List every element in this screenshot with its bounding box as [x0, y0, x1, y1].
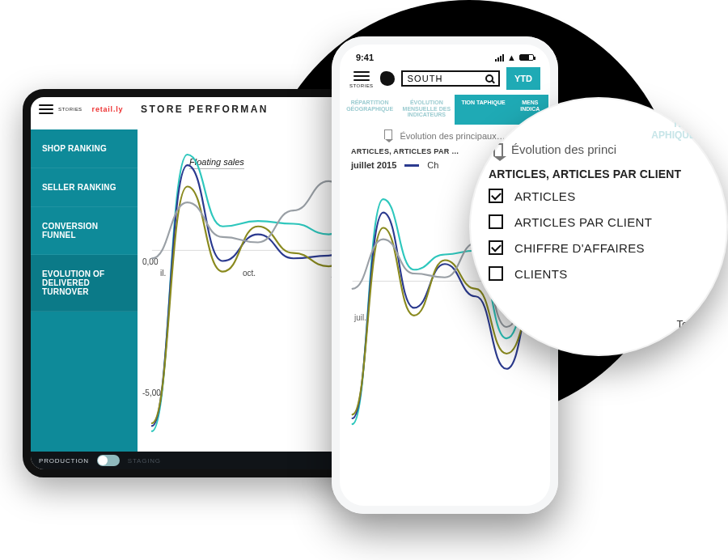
tablet-footer: PRODUCTION STAGING	[31, 452, 379, 469]
checkbox-icon[interactable]	[489, 189, 503, 203]
magnifier-tab-peek: TION APHIQUE	[651, 118, 696, 141]
status-time: 9:41	[356, 53, 374, 62]
tab-evolution-mensuelle[interactable]: ÉVOLUTION MENSUELLE DES INDICATEURS	[398, 95, 455, 125]
option-articles[interactable]: ARTICLES	[489, 189, 712, 203]
search-icon	[485, 74, 493, 83]
env-label-production: PRODUCTION	[39, 457, 89, 465]
magnifier-title: ARTICLES, ARTICLES PAR CLIENT	[489, 168, 712, 180]
magnifier-footer[interactable]: Tous	[677, 318, 699, 330]
magnifier-bookmark-line: Évolution des princi	[493, 142, 712, 156]
magnifier: TION APHIQUE Évolution des princi ARTICL…	[469, 97, 728, 356]
magnifier-options: ARTICLES ARTICLES PAR CLIENT CHIFFRE D'A…	[489, 189, 712, 281]
signal-icon	[495, 54, 504, 62]
wifi-icon: ▲	[507, 53, 516, 62]
env-label-staging: STAGING	[128, 457, 161, 465]
page-title: STORE PERFORMAN	[31, 104, 379, 115]
option-chiffre-affaires[interactable]: CHIFFRE D'AFFAIRES	[489, 240, 712, 255]
bookmark-text: Évolution des principaux…	[400, 131, 505, 141]
sidebar-item-evolution-turnover[interactable]: EVOLUTION OF DELIVERED TURNOVER	[31, 255, 138, 312]
option-articles-par-client[interactable]: ARTICLES PAR CLIENT	[489, 214, 712, 229]
legend-month: juillet 2015	[351, 160, 396, 170]
bookmark-icon	[384, 129, 392, 139]
legend-swatch-icon	[404, 164, 419, 167]
option-clients[interactable]: CLIENTS	[489, 266, 712, 281]
status-bar: 9:41 ▲	[341, 48, 548, 62]
checkbox-icon[interactable]	[489, 266, 503, 281]
stories-label: STORIES	[349, 83, 374, 88]
env-toggle[interactable]	[97, 455, 120, 466]
tab-bar: RÉPARTITION GÉOGRAPHIQUE ÉVOLUTION MENSU…	[341, 95, 548, 125]
ytd-button[interactable]: YTD	[506, 67, 540, 90]
search-input[interactable]: SOUTH	[401, 70, 500, 87]
sidebar-item-conversion-funnel[interactable]: CONVERSION FUNNEL	[31, 207, 138, 255]
toucan-icon	[380, 71, 395, 86]
battery-icon	[519, 54, 534, 61]
hamburger-icon[interactable]	[353, 69, 370, 83]
tab-active[interactable]: TION TAPHIQUE	[455, 95, 511, 125]
legend-series: Ch	[427, 160, 438, 170]
sidebar-item-seller-ranking[interactable]: SELLER RANKING	[31, 168, 138, 207]
checkbox-icon[interactable]	[489, 214, 503, 229]
search-value: SOUTH	[408, 74, 443, 83]
tab-repartition[interactable]: RÉPARTITION GÉOGRAPHIQUE	[341, 95, 398, 125]
sidebar: SHOP RANKING SELLER RANKING CONVERSION F…	[31, 129, 138, 453]
checkbox-icon[interactable]	[489, 240, 503, 255]
sidebar-item-shop-ranking[interactable]: SHOP RANKING	[31, 129, 138, 168]
